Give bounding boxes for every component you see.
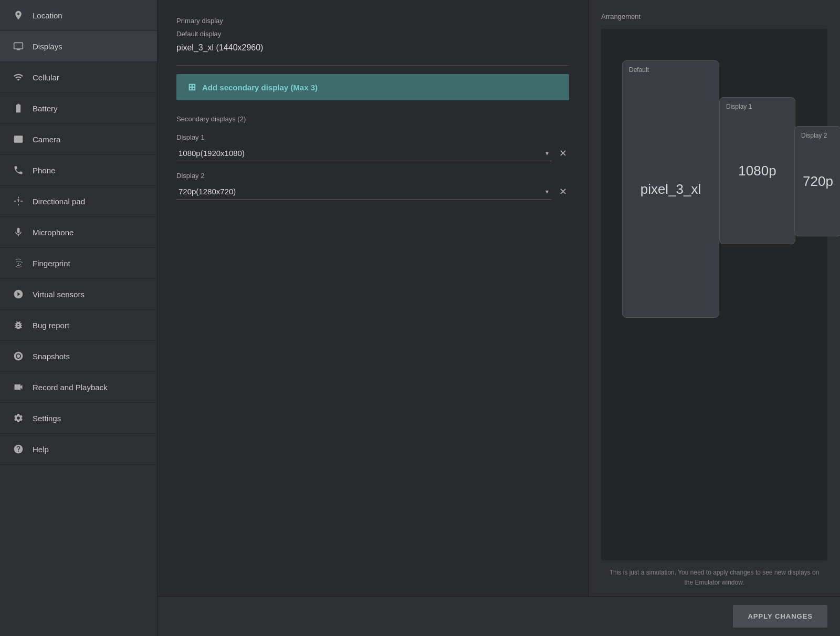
sidebar-item-phone[interactable]: Phone	[0, 155, 157, 186]
sidebar-item-label-record-playback: Record and Playback	[33, 383, 108, 392]
divider-1	[176, 65, 569, 66]
sidebar-item-microphone[interactable]: Microphone	[0, 217, 157, 248]
display-2-label: Display 2	[176, 172, 569, 180]
arrangement-default-block: Default pixel_3_xl	[622, 60, 719, 318]
display-2-row: Display 2 480p(720x480) 720p(1280x720) 1…	[176, 172, 569, 200]
arrangement-default-label: Default	[629, 66, 649, 74]
display-1-select[interactable]: 480p(720x480) 720p(1280x720) 1080p(1920x…	[176, 145, 552, 161]
sidebar-item-label-location: Location	[33, 11, 62, 20]
arrangement-area: Default pixel_3_xl Display 1 1080p Displ…	[601, 29, 827, 560]
arrangement-display1-label: Display 1	[726, 103, 752, 110]
sidebar-item-camera[interactable]: Camera	[0, 124, 157, 155]
sidebar-item-label-snapshots: Snapshots	[33, 352, 70, 361]
main-content: Primary display Default display pixel_3_…	[158, 0, 840, 636]
sidebar-item-label-camera: Camera	[33, 135, 60, 144]
display-1-remove-button[interactable]: ✕	[557, 145, 569, 161]
display-1-row: Display 1 480p(720x480) 720p(1280x720) 1…	[176, 133, 569, 161]
sidebar-item-label-fingerprint: Fingerprint	[33, 259, 70, 268]
apply-changes-button[interactable]: APPLY CHANGES	[733, 605, 827, 628]
sidebar-item-label-cellular: Cellular	[33, 73, 59, 82]
display-1-select-row: 480p(720x480) 720p(1280x720) 1080p(1920x…	[176, 145, 569, 161]
sidebar-item-label-help: Help	[33, 445, 49, 454]
sidebar-item-label-displays: Displays	[33, 42, 62, 51]
sidebar-item-label-virtual-sensors: Virtual sensors	[33, 290, 85, 299]
sidebar-item-label-settings: Settings	[33, 414, 61, 423]
arrangement-display2-label: Display 2	[801, 132, 827, 139]
arrangement-display2-value: 720p	[803, 173, 833, 190]
sidebar-item-directional-pad[interactable]: Directional pad	[0, 186, 157, 217]
camera-icon	[13, 133, 24, 145]
sidebar-item-virtual-sensors[interactable]: Virtual sensors	[0, 279, 157, 310]
left-panel: Primary display Default display pixel_3_…	[158, 0, 588, 596]
settings-icon	[13, 412, 24, 424]
arrangement-title: Arrangement	[601, 13, 827, 20]
sidebar-item-record-playback[interactable]: Record and Playback	[0, 372, 157, 403]
display-2-remove-button[interactable]: ✕	[557, 184, 569, 200]
display-2-select-wrapper: 480p(720x480) 720p(1280x720) 1080p(1920x…	[176, 184, 552, 200]
displays-icon	[13, 40, 24, 52]
help-icon	[13, 443, 24, 455]
sidebar-item-settings[interactable]: Settings	[0, 403, 157, 434]
arrangement-display1-value: 1080p	[738, 163, 776, 179]
add-secondary-display-button[interactable]: ⊞ Add secondary display (Max 3)	[176, 74, 569, 100]
arrangement-default-value: pixel_3_xl	[640, 181, 701, 197]
default-display-value: pixel_3_xl (1440x2960)	[176, 43, 569, 57]
cellular-icon	[13, 71, 24, 83]
sidebar-item-battery[interactable]: Battery	[0, 93, 157, 124]
display-1-select-wrapper: 480p(720x480) 720p(1280x720) 1080p(1920x…	[176, 145, 552, 161]
content-area: Primary display Default display pixel_3_…	[158, 0, 840, 596]
add-display-icon: ⊞	[188, 81, 196, 93]
sidebar-item-bug-report[interactable]: Bug report	[0, 310, 157, 341]
phone-icon	[13, 164, 24, 176]
snapshots-icon	[13, 350, 24, 362]
sidebar-item-snapshots[interactable]: Snapshots	[0, 341, 157, 372]
display-1-label: Display 1	[176, 133, 569, 141]
arrangement-display1-block: Display 1 1080p	[719, 97, 795, 244]
sidebar-item-fingerprint[interactable]: Fingerprint	[0, 248, 157, 279]
display-2-select[interactable]: 480p(720x480) 720p(1280x720) 1080p(1920x…	[176, 184, 552, 199]
sidebar-item-cellular[interactable]: Cellular	[0, 62, 157, 93]
dpad-icon	[13, 195, 24, 207]
display-2-select-row: 480p(720x480) 720p(1280x720) 1080p(1920x…	[176, 184, 569, 200]
record-icon	[13, 381, 24, 393]
sidebar-item-label-directional-pad: Directional pad	[33, 197, 85, 206]
sidebar-item-label-phone: Phone	[33, 166, 55, 175]
sidebar: Location Displays Cellular Battery Camer…	[0, 0, 158, 636]
footer: APPLY CHANGES	[158, 596, 840, 636]
battery-icon	[13, 102, 24, 114]
fingerprint-icon	[13, 257, 24, 269]
sidebar-item-location[interactable]: Location	[0, 0, 157, 31]
sidebar-item-label-bug-report: Bug report	[33, 321, 69, 330]
default-display-label: Default display	[176, 30, 569, 38]
add-secondary-display-label: Add secondary display (Max 3)	[202, 83, 318, 92]
virtual-sensors-icon	[13, 288, 24, 300]
primary-display-title: Primary display	[176, 17, 569, 25]
location-icon	[13, 9, 24, 21]
arrangement-display2-block: Display 2 720p	[794, 126, 840, 236]
secondary-displays-title: Secondary displays (2)	[176, 115, 569, 123]
microphone-icon	[13, 226, 24, 238]
sidebar-item-label-microphone: Microphone	[33, 228, 74, 237]
bug-icon	[13, 319, 24, 331]
sidebar-item-help[interactable]: Help	[0, 434, 157, 465]
sidebar-item-displays[interactable]: Displays	[0, 31, 157, 62]
sidebar-item-label-battery: Battery	[33, 104, 58, 113]
right-panel: Arrangement Default pixel_3_xl Display 1…	[588, 0, 840, 596]
simulation-note: This is just a simulation. You need to a…	[601, 568, 827, 588]
